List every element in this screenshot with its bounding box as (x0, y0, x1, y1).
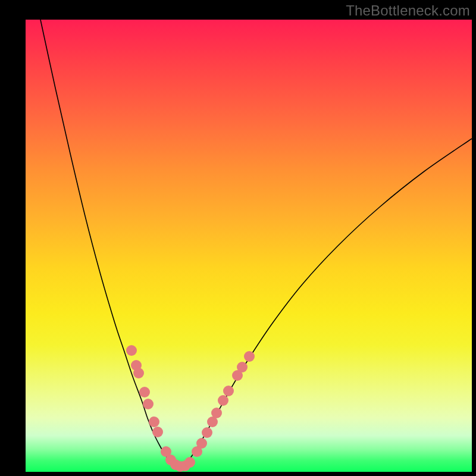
curve-right (177, 139, 472, 467)
watermark-text: TheBottleneck.com (346, 2, 470, 19)
highlight-dot (244, 351, 255, 362)
highlight-dot (152, 427, 163, 437)
highlight-dot (139, 387, 150, 397)
highlight-dot (126, 345, 137, 356)
highlight-dot (218, 395, 228, 406)
chart-frame: TheBottleneck.com (0, 0, 476, 476)
chart-svg (26, 20, 472, 472)
highlight-dot (184, 457, 195, 468)
highlight-dots-group (126, 345, 255, 472)
highlight-dot (196, 438, 207, 449)
highlight-dot (223, 386, 234, 396)
highlight-dot (149, 416, 159, 427)
highlight-dot (133, 368, 144, 378)
highlight-dot (143, 399, 154, 409)
highlight-dot (202, 427, 212, 438)
curve-left (40, 20, 177, 467)
highlight-dot (237, 362, 248, 372)
plot-area (26, 20, 472, 472)
highlight-dot (211, 408, 222, 418)
